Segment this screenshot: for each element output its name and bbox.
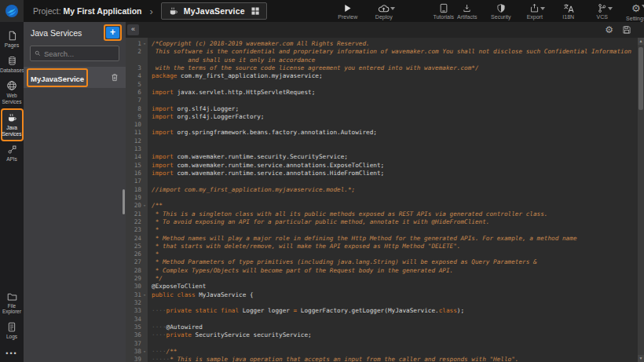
- code-line-17[interactable]: 17: [126, 177, 638, 185]
- fold-marker[interactable]: -: [141, 202, 148, 210]
- code-line-13[interactable]: 13: [126, 145, 638, 153]
- code-line-20[interactable]: 20-/**: [126, 202, 638, 210]
- code-line-16[interactable]: 16import com.wavemaker.runtime.service.a…: [126, 170, 638, 177]
- code-line-4[interactable]: 4package com.my_first_application.myjava…: [126, 72, 638, 80]
- code-line-28[interactable]: 28 * Complex Types/Objects will become p…: [126, 267, 638, 275]
- vcs-button[interactable]: VCS: [591, 0, 614, 22]
- code-text: /*Copyright (c) 2018-2019 wavemaker.com …: [148, 40, 370, 48]
- deploy-button[interactable]: Deploy: [372, 0, 396, 22]
- code-line-33[interactable]: 33····private static final Logger logger…: [126, 307, 638, 315]
- top-header: Project: My First Application › MyJavaSe…: [0, 0, 644, 22]
- deploy-caret-icon[interactable]: [390, 7, 395, 10]
- code-line-32[interactable]: 32: [126, 299, 638, 307]
- line-number: 27: [126, 258, 141, 266]
- code-text: [148, 145, 152, 153]
- code-line-7[interactable]: 7: [126, 97, 638, 104]
- settings-button[interactable]: ⚙ Settings: [624, 0, 644, 22]
- sidebar-more-button[interactable]: •••: [5, 343, 17, 362]
- fold-gutter: [141, 340, 148, 348]
- sidebar-item-apis[interactable]: APIs: [0, 141, 24, 166]
- settings-caret-icon[interactable]: [642, 5, 644, 8]
- code-line-38[interactable]: 38-····/**: [126, 348, 638, 356]
- fold-marker[interactable]: -: [141, 348, 148, 356]
- sidebar-item-web-services[interactable]: Web Services: [0, 77, 24, 108]
- fold-gutter: [141, 162, 148, 170]
- code-line-11[interactable]: 11import org.springframework.beans.facto…: [126, 129, 638, 137]
- code-line-wrap[interactable]: and shall use it only in accordance: [126, 57, 638, 64]
- wavemaker-logo[interactable]: [0, 0, 24, 22]
- vcs-caret-icon[interactable]: [608, 7, 613, 10]
- code-line-15[interactable]: 15import com.wavemaker.runtime.service.a…: [126, 162, 638, 170]
- code-line-3[interactable]: 3 with the terms of the source code lice…: [126, 64, 638, 72]
- line-number: 35: [126, 324, 141, 331]
- code-line-1[interactable]: 1-/*Copyright (c) 2018-2019 wavemaker.co…: [126, 40, 638, 48]
- sidebar-item-file-explorer[interactable]: File Explorer: [0, 289, 24, 319]
- fold-marker[interactable]: -: [141, 291, 148, 299]
- sidebar-item-pages[interactable]: Pages: [0, 27, 24, 53]
- code-line-25[interactable]: 25 * that starts with delete/remove, wil…: [126, 243, 638, 250]
- code-line-19[interactable]: 19: [126, 194, 638, 202]
- sidebar-item-java-services[interactable]: Java Services: [1, 108, 24, 141]
- code-text: import org.slf4j.LoggerFactory;: [148, 113, 265, 121]
- collapse-panel-button[interactable]: «: [127, 24, 139, 35]
- line-number: 15: [126, 162, 141, 170]
- fold-gutter: [141, 210, 148, 218]
- code-line-6[interactable]: 6import javax.servlet.http.HttpServletRe…: [126, 89, 638, 97]
- export-caret-icon[interactable]: [540, 7, 545, 10]
- code-line-8[interactable]: 8import org.slf4j.Logger;: [126, 105, 638, 113]
- preview-button[interactable]: Preview: [336, 0, 360, 22]
- code-line-29[interactable]: 29 */: [126, 275, 638, 283]
- code-line-2[interactable]: 2 This software is the confidential and …: [126, 48, 638, 56]
- code-line-9[interactable]: 9import org.slf4j.LoggerFactory;: [126, 113, 638, 121]
- line-number: 14: [126, 153, 141, 161]
- deploy-label: Deploy: [375, 14, 393, 20]
- save-icon[interactable]: [622, 25, 631, 35]
- tab-myjavaservice[interactable]: MyJavaService: [161, 2, 267, 20]
- code-line-36[interactable]: 36····private SecurityService securitySe…: [126, 331, 638, 339]
- i18n-button[interactable]: I18N: [557, 0, 580, 22]
- code-line-30[interactable]: 30@ExposeToClient: [126, 283, 638, 291]
- artifacts-button[interactable]: Artifacts: [456, 0, 479, 22]
- code-line-21[interactable]: 21 * This is a singleton class with all …: [126, 210, 638, 218]
- code-line-24[interactable]: 24 * Method names will play a major role…: [126, 235, 638, 243]
- wavemaker-logo-icon: [5, 4, 19, 18]
- code-line-31[interactable]: 31-public class MyJavaService {: [126, 291, 638, 299]
- code-line-23[interactable]: 23 *: [126, 226, 638, 234]
- sidebar-item-databases[interactable]: Databases: [0, 53, 24, 78]
- code-line-37[interactable]: 37: [126, 340, 638, 348]
- fold-gutter: [141, 324, 148, 331]
- project-breadcrumb[interactable]: Project: My First Application: [33, 6, 141, 16]
- service-search-input[interactable]: [44, 49, 115, 58]
- security-button[interactable]: Security: [489, 0, 513, 22]
- code-line-27[interactable]: 27 * Method Parameters of type primitive…: [126, 258, 638, 266]
- fold-marker[interactable]: -: [141, 40, 148, 48]
- fold-gutter: [141, 331, 148, 339]
- code-line-14[interactable]: 14import com.wavemaker.runtime.security.…: [126, 153, 638, 161]
- tutorials-button[interactable]: Tutorials: [432, 0, 456, 22]
- service-search-box[interactable]: [30, 46, 119, 61]
- code-line-39[interactable]: 39·····* This is sample java operation t…: [126, 356, 638, 362]
- code-line-18[interactable]: 18//import com.my_first_application.myja…: [126, 186, 638, 194]
- editor-scrollbar[interactable]: ▲ ▼: [638, 38, 644, 362]
- export-button[interactable]: Export: [523, 0, 547, 22]
- code-line-22[interactable]: 22 * To avoid exposing an API for a part…: [126, 218, 638, 226]
- panel-scrollbar-thumb[interactable]: [123, 189, 125, 214]
- scroll-down-arrow[interactable]: ▼: [638, 355, 644, 362]
- delete-service-trash-icon[interactable]: [110, 72, 119, 82]
- code-line-12[interactable]: 12: [126, 137, 638, 145]
- code-editor[interactable]: 1-/*Copyright (c) 2018-2019 wavemaker.co…: [126, 38, 638, 362]
- editor-settings-gear-icon[interactable]: ⚙: [605, 25, 613, 35]
- code-line-26[interactable]: 26 *: [126, 250, 638, 258]
- code-line-34[interactable]: 34: [126, 316, 638, 324]
- service-list-item[interactable]: MyJavaService: [24, 67, 126, 88]
- code-line-5[interactable]: 5: [126, 81, 638, 89]
- scroll-up-arrow[interactable]: ▲: [638, 38, 644, 45]
- grid-icon[interactable]: [251, 6, 260, 16]
- code-line-10[interactable]: 10: [126, 121, 638, 129]
- editor-scrollbar-thumb[interactable]: [639, 47, 643, 110]
- code-text: [148, 121, 152, 129]
- add-service-button[interactable]: +: [106, 27, 119, 38]
- sidebar-item-logs[interactable]: Logs: [0, 319, 24, 344]
- code-line-35[interactable]: 35····@Autowired: [126, 324, 638, 331]
- line-number: 18: [126, 186, 141, 194]
